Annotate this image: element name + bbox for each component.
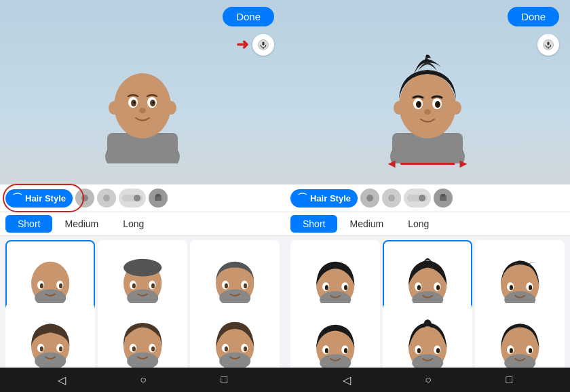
extras-tab[interactable] bbox=[149, 189, 168, 208]
svg-point-25 bbox=[40, 283, 43, 288]
right-panel: Done bbox=[285, 0, 570, 392]
svg-point-67 bbox=[451, 101, 461, 115]
left-category-tabs: ⌒ Hair Style bbox=[0, 184, 285, 212]
color-tab[interactable] bbox=[75, 189, 94, 208]
svg-point-13 bbox=[134, 102, 136, 104]
svg-rect-21 bbox=[156, 194, 160, 197]
svg-point-34 bbox=[151, 283, 155, 288]
recent-button-left[interactable]: □ bbox=[221, 374, 228, 386]
svg-point-27 bbox=[59, 283, 62, 288]
swipe-arrows: ◄ ► bbox=[385, 157, 470, 171]
right-category-tabs: ⌒ Hair Style bbox=[285, 184, 570, 212]
svg-point-14 bbox=[153, 102, 155, 104]
svg-point-104 bbox=[344, 348, 347, 353]
hair-cell-short3[interactable] bbox=[190, 303, 280, 368]
right-bottom-nav: ◁ ○ □ bbox=[285, 368, 570, 392]
svg-point-38 bbox=[225, 283, 228, 288]
hair-cell-short1[interactable] bbox=[5, 303, 95, 368]
right-hair-cell-5[interactable] bbox=[383, 303, 472, 368]
svg-point-7 bbox=[109, 101, 119, 115]
svg-point-16 bbox=[81, 195, 88, 201]
svg-point-76 bbox=[388, 195, 395, 201]
home-button-right[interactable]: ○ bbox=[425, 374, 432, 386]
face-tab[interactable] bbox=[97, 189, 116, 208]
right-hair-icon: ⌒ bbox=[297, 192, 307, 205]
hair-style-label: Hair Style bbox=[25, 193, 66, 203]
svg-point-15 bbox=[139, 108, 146, 113]
right-hair-style-label: Hair Style bbox=[310, 193, 351, 203]
left-bottom-panel: ⌒ Hair Style bbox=[0, 184, 285, 368]
svg-point-92 bbox=[436, 285, 440, 290]
svg-point-72 bbox=[419, 103, 421, 105]
svg-point-75 bbox=[366, 195, 373, 201]
svg-point-73 bbox=[438, 103, 440, 105]
right-hair-style-tab[interactable]: ⌒ Hair Style bbox=[290, 189, 358, 208]
left-panel: Done ➜ bbox=[0, 0, 285, 392]
right-bottom-panel: ⌒ Hair Style bbox=[285, 184, 570, 368]
hair-cell-short2[interactable] bbox=[98, 303, 187, 368]
svg-point-32 bbox=[132, 283, 136, 288]
hair-style-tab[interactable]: ⌒ Hair Style bbox=[5, 189, 73, 208]
svg-point-114 bbox=[510, 348, 513, 353]
bald-avatar bbox=[81, 28, 204, 163]
medium-tab-right[interactable]: Medium bbox=[337, 215, 396, 233]
svg-point-90 bbox=[417, 285, 421, 290]
svg-point-102 bbox=[325, 348, 328, 353]
svg-point-19 bbox=[134, 195, 140, 201]
recent-button-right[interactable]: □ bbox=[506, 374, 513, 386]
svg-point-96 bbox=[510, 285, 513, 290]
right-avatar-area: Done bbox=[285, 0, 570, 184]
right-hair-cell-6[interactable] bbox=[475, 303, 565, 368]
right-color-tab[interactable] bbox=[360, 189, 379, 208]
svg-point-116 bbox=[529, 348, 532, 353]
home-button-left[interactable]: ○ bbox=[140, 374, 147, 386]
right-face-tab[interactable] bbox=[382, 189, 401, 208]
svg-point-66 bbox=[394, 101, 404, 115]
back-button-right[interactable]: ◁ bbox=[343, 374, 351, 387]
svg-point-56 bbox=[225, 346, 228, 351]
short-tab-right[interactable]: Short bbox=[290, 215, 337, 233]
svg-point-8 bbox=[166, 101, 176, 115]
left-bottom-nav: ◁ ○ □ bbox=[0, 368, 285, 392]
right-extras-tab[interactable] bbox=[434, 189, 453, 208]
right-done-button[interactable]: Done bbox=[508, 7, 559, 26]
svg-point-6 bbox=[114, 73, 171, 138]
hair-icon: ⌒ bbox=[12, 192, 22, 205]
left-done-button[interactable]: Done bbox=[223, 7, 274, 26]
svg-point-46 bbox=[59, 346, 62, 351]
svg-point-74 bbox=[424, 109, 431, 115]
svg-point-29 bbox=[124, 259, 162, 277]
svg-point-86 bbox=[344, 285, 347, 290]
right-hair-cell-4[interactable] bbox=[290, 303, 380, 368]
left-avatar-area: Done ➜ bbox=[0, 0, 285, 184]
svg-point-50 bbox=[132, 346, 136, 351]
svg-point-58 bbox=[244, 346, 247, 351]
svg-point-108 bbox=[417, 348, 421, 353]
long-tab-left[interactable]: Long bbox=[111, 215, 156, 233]
svg-point-84 bbox=[325, 285, 328, 290]
svg-point-78 bbox=[419, 195, 425, 201]
svg-point-110 bbox=[436, 348, 440, 353]
short-tab-left[interactable]: Short bbox=[5, 215, 52, 233]
svg-point-52 bbox=[151, 346, 155, 351]
dark-hair-avatar bbox=[366, 28, 489, 163]
left-length-tabs: Short Medium Long bbox=[0, 212, 285, 236]
toggle-tab[interactable] bbox=[119, 189, 146, 208]
svg-point-17 bbox=[103, 195, 110, 201]
swipe-right-icon: ► bbox=[457, 157, 470, 171]
right-toggle-tab[interactable] bbox=[404, 189, 431, 208]
back-button-left[interactable]: ◁ bbox=[58, 374, 66, 387]
long-tab-right[interactable]: Long bbox=[396, 215, 441, 233]
left-hair-grid bbox=[0, 236, 285, 368]
swipe-left-icon: ◄ bbox=[385, 157, 398, 171]
swipe-line bbox=[400, 163, 455, 165]
right-avatar-figure bbox=[285, 28, 570, 163]
left-avatar-figure bbox=[0, 28, 285, 163]
right-length-tabs: Short Medium Long bbox=[285, 212, 570, 236]
right-hair-grid bbox=[285, 236, 570, 368]
medium-tab-left[interactable]: Medium bbox=[52, 215, 111, 233]
svg-point-98 bbox=[529, 285, 532, 290]
svg-point-40 bbox=[244, 283, 247, 288]
svg-point-65 bbox=[399, 73, 456, 138]
svg-point-44 bbox=[40, 346, 43, 351]
